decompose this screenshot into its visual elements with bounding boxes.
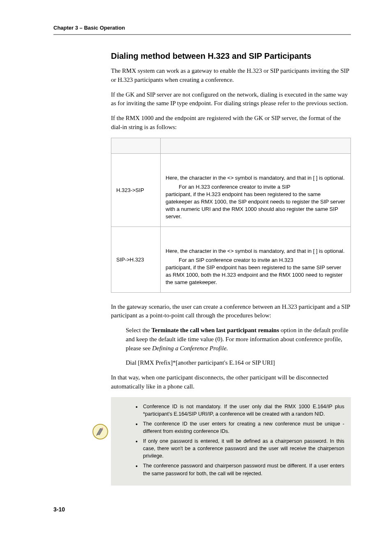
note-item: Conference ID is not mandatory. If the u… — [136, 403, 344, 418]
section-title: Dialing method between H.323 and SIP Par… — [111, 51, 351, 61]
note-item: The conference ID the user enters for cr… — [136, 420, 344, 435]
step1-bold: Terminate the call when last participant… — [151, 327, 279, 333]
cell-indent: For an H.323 conference creator to invit… — [166, 183, 346, 191]
note-item: If only one password is entered, it will… — [136, 437, 344, 460]
intro-para-2: If the GK and SIP server are not configu… — [111, 90, 351, 109]
note-box: Conference ID is not mandatory. If the u… — [111, 397, 351, 486]
table-row: H.323->SIP Here, the character in the <>… — [111, 153, 351, 227]
intro-para-1: The RMX system can work as a gateway to … — [111, 67, 351, 85]
note-icon — [92, 423, 108, 440]
cell-rest: participant, if the H.323 endpoint has b… — [166, 191, 345, 220]
closing-para: In that way, when one participant discon… — [111, 373, 351, 391]
cell-text: For an H.323 conference creator to invit… — [166, 183, 346, 221]
cell-indent: For an SIP conference creator to invite … — [166, 257, 346, 264]
cell-text: Here, the character in the <> symbol is … — [166, 247, 346, 255]
dialing-table: H.323->SIP Here, the character in the <>… — [111, 138, 351, 293]
table-header-row — [111, 138, 351, 153]
step-2: Dial [RMX Prefix]*[another participant's… — [126, 358, 351, 368]
table-cell-left: H.323->SIP — [111, 153, 161, 227]
cell-rest: participant, if the SIP endpoint has bee… — [166, 264, 343, 285]
table-header-cell — [111, 138, 161, 153]
table-cell-left: SIP->H.323 — [111, 227, 161, 292]
step1-italic: Defining a Conference Profile. — [152, 345, 228, 352]
table-header-cell — [161, 138, 351, 153]
note-item: The conference password and chairperson … — [136, 462, 344, 477]
step1-prefix: Select the — [126, 327, 151, 333]
table-cell-right: Here, the character in the <> symbol is … — [161, 153, 351, 227]
divider — [53, 34, 351, 35]
cell-text: For an SIP conference creator to invite … — [166, 257, 346, 287]
gateway-para: In the gateway scenario, the user can cr… — [111, 303, 351, 321]
step-1: Select the Terminate the call when last … — [126, 326, 351, 353]
cell-text: Here, the character in the <> symbol is … — [166, 174, 346, 182]
table-row: SIP->H.323 Here, the character in the <>… — [111, 227, 351, 292]
intro-para-3: If the RMX 1000 and the endpoint are reg… — [111, 114, 351, 132]
page-number: 3-10 — [53, 506, 351, 513]
chapter-header: Chapter 3 – Basic Operation — [53, 25, 351, 31]
table-cell-right: Here, the character in the <> symbol is … — [161, 227, 351, 292]
